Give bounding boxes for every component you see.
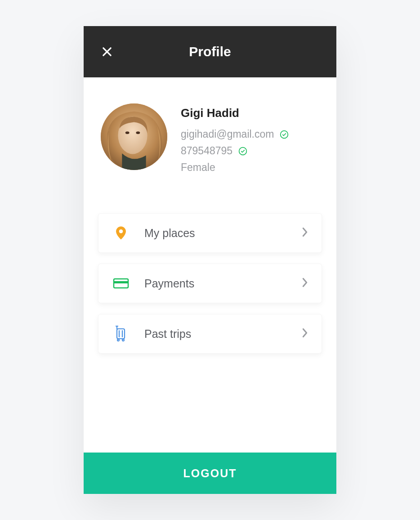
menu-item-label: Payments [144, 277, 302, 290]
profile-phone: 879548795 [181, 145, 232, 157]
avatar-image [101, 103, 167, 170]
chevron-right-icon [302, 227, 308, 239]
profile-email-row: gigihadi@gmail.com [181, 128, 289, 140]
menu-item-past-trips[interactable]: Past trips [98, 314, 322, 354]
spacer [84, 354, 336, 453]
close-icon [101, 45, 113, 58]
avatar[interactable] [101, 103, 167, 170]
svg-point-5 [136, 131, 140, 134]
luggage-icon [112, 325, 130, 343]
svg-point-14 [117, 339, 119, 341]
profile-name: Gigi Hadid [181, 106, 289, 120]
profile-gender: Female [181, 161, 215, 174]
menu-item-payments[interactable]: Payments [98, 264, 322, 303]
close-button[interactable] [99, 44, 115, 60]
svg-rect-10 [114, 281, 128, 283]
profile-gender-row: Female [181, 161, 289, 174]
svg-point-15 [122, 339, 124, 341]
menu-item-my-places[interactable]: My places [98, 213, 322, 253]
menu-item-label: My places [144, 227, 302, 240]
profile-info: Gigi Hadid gigihadi@gmail.com 879548795 [181, 103, 289, 174]
chevron-right-icon [302, 278, 308, 289]
chevron-right-icon [302, 328, 308, 340]
profile-screen: Profile [84, 26, 336, 494]
email-verified-icon [279, 130, 289, 139]
svg-point-7 [239, 147, 247, 155]
page-title: Profile [84, 44, 336, 59]
svg-rect-11 [117, 329, 125, 339]
menu-item-label: Past trips [144, 327, 302, 341]
profile-phone-row: 879548795 [181, 145, 289, 157]
menu-list: My places Payments [84, 192, 336, 354]
svg-point-8 [119, 229, 123, 233]
svg-point-4 [125, 131, 130, 134]
profile-email: gigihadi@gmail.com [181, 128, 274, 140]
logout-label: LOGOUT [183, 467, 237, 480]
logout-button[interactable]: LOGOUT [84, 453, 336, 494]
svg-point-6 [281, 130, 288, 138]
phone-verified-icon [238, 146, 248, 156]
profile-section: Gigi Hadid gigihadi@gmail.com 879548795 [84, 77, 336, 192]
credit-card-icon [112, 274, 130, 292]
pin-icon [112, 224, 130, 242]
header-bar: Profile [84, 26, 336, 77]
